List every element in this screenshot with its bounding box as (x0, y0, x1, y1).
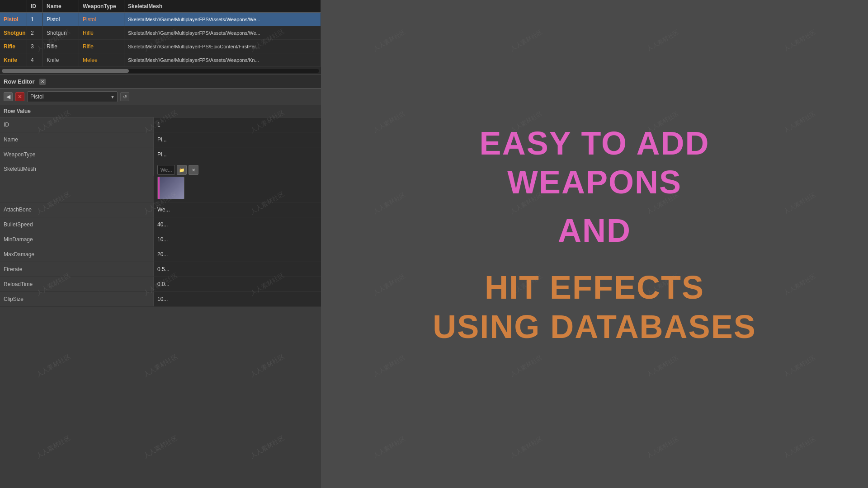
cell-id: 4 (27, 53, 43, 66)
mesh-preview (158, 177, 184, 199)
asset-thumb-row (157, 177, 184, 199)
property-row-reloadtime: ReloadTime 0.0... (0, 277, 321, 292)
property-label-name: Name (0, 132, 154, 147)
cell-skeletalmesh: SkeletalMesh'/Game/MultiplayerFPS/Assets… (124, 13, 321, 26)
watermark-item: 人人素材社区 (447, 0, 606, 110)
property-value-id[interactable]: 1 (154, 117, 321, 132)
cell-weapontype: Melee (79, 53, 124, 66)
browse-asset-button[interactable]: 📁 (177, 165, 187, 175)
cell-weapontype: Rifle (79, 40, 124, 53)
property-row-weapontype: WeaponType Pi... (0, 147, 321, 162)
property-value-reloadtime[interactable]: 0.0... (154, 277, 321, 291)
property-row-mindamage: MinDamage 10... (0, 232, 321, 247)
property-label-attachbone: AttachBone (0, 202, 154, 217)
watermark-item: 人人素材社区 (447, 378, 606, 488)
row-value-header: Row Value (0, 105, 321, 117)
property-value-weapontype[interactable]: Pi... (154, 147, 321, 162)
right-panel: 人人素材社区 人人素材社区 人人素材社区 人人素材社区 人人素材社区 人人素材社… (321, 0, 868, 488)
row-value-section: ID 1 Name Pi... WeaponType Pi... Skeleta… (0, 117, 321, 488)
promo-line-3: AND (433, 211, 756, 250)
cell-row-name: Knife (0, 53, 27, 66)
promo-line-1: EASY TO ADD (433, 124, 756, 163)
row-editor-header: Row Editor ✕ (0, 75, 321, 89)
property-value-skeletalmesh: We... 📁 ✕ (154, 162, 321, 202)
cell-weapontype: Pistol (79, 13, 124, 26)
cell-name: Knife (43, 53, 79, 66)
property-row-name: Name Pi... (0, 132, 321, 147)
prev-row-button[interactable]: ◀ (4, 92, 13, 101)
property-row-maxdamage: MaxDamage 20... (0, 247, 321, 262)
pink-accent-bar (158, 177, 160, 199)
table-row[interactable]: Rifle 3 Rifle Rifle SkeletalMesh'/Game/M… (0, 40, 321, 53)
property-label-bulletspeed: BulletSpeed (0, 217, 154, 232)
property-row-skeletalmesh: SkeletalMesh We... 📁 ✕ (0, 162, 321, 202)
data-table-section: ID Name WeaponType SkeletalMesh Pistol 1… (0, 0, 321, 75)
property-row-firerate: Firerate 0.5... (0, 262, 321, 277)
watermark-item: 人人素材社区 (310, 378, 469, 488)
scrollbar-track (2, 69, 319, 73)
property-row-clipsize: ClipSize 10... (0, 292, 321, 307)
asset-picker-bar: We... 📁 ✕ (157, 165, 198, 175)
row-dropdown-wrapper: Pistol Shotgun Rifle Knife ▼ (27, 91, 118, 102)
table-row[interactable]: Shotgun 2 Shotgun Rifle SkeletalMesh'/Ga… (0, 26, 321, 40)
cell-row-name: Pistol (0, 13, 27, 26)
property-label-clipsize: ClipSize (0, 292, 154, 306)
cell-name: Rifle (43, 40, 79, 53)
promotional-text: EASY TO ADD WEAPONS AND HIT EFFECTS USIN… (433, 124, 756, 364)
col-header-id: ID (27, 0, 43, 12)
property-label-skeletalmesh: SkeletalMesh (0, 162, 154, 176)
watermark-item: 人人素材社区 (720, 378, 868, 488)
row-select[interactable]: Pistol Shotgun Rifle Knife (27, 91, 118, 102)
property-label-reloadtime: ReloadTime (0, 277, 154, 291)
property-label-id: ID (0, 117, 154, 132)
property-row-attachbone: AttachBone We... (0, 202, 321, 217)
asset-path-bar: We... (157, 165, 175, 175)
reload-button[interactable]: ↺ (120, 92, 129, 101)
col-header-skeletalmesh: SkeletalMesh (124, 0, 321, 12)
cell-skeletalmesh: SkeletalMesh'/Game/MultiplayerFPS/EpicCo… (124, 40, 321, 53)
scrollbar-thumb (2, 69, 129, 73)
table-row[interactable]: Knife 4 Knife Melee SkeletalMesh'/Game/M… (0, 53, 321, 67)
promo-line-5: USING DATABASES (433, 307, 756, 346)
watermark-item: 人人素材社区 (583, 0, 742, 110)
property-value-firerate[interactable]: 0.5... (154, 262, 321, 277)
cell-skeletalmesh: SkeletalMesh'/Game/MultiplayerFPS/Assets… (124, 26, 321, 39)
cell-row-name: Shotgun (0, 26, 27, 39)
table-header: ID Name WeaponType SkeletalMesh (0, 0, 321, 13)
cell-id: 2 (27, 26, 43, 39)
table-row[interactable]: Pistol 1 Pistol Pistol SkeletalMesh'/Gam… (0, 13, 321, 26)
cell-id: 1 (27, 13, 43, 26)
skeletal-mesh-thumbnail (157, 177, 184, 199)
cell-name: Shotgun (43, 26, 79, 39)
promo-line-4: HIT EFFECTS (433, 268, 756, 307)
watermark-item: 人人素材社区 (583, 378, 742, 488)
watermark-item: 人人素材社区 (720, 0, 868, 110)
col-header-name: Name (43, 0, 79, 12)
row-selector-bar: ◀ ✕ Pistol Shotgun Rifle Knife ▼ ↺ (0, 89, 321, 105)
property-value-bulletspeed[interactable]: 40... (154, 217, 321, 232)
property-row-bulletspeed: BulletSpeed 40... (0, 217, 321, 232)
property-label-firerate: Firerate (0, 262, 154, 277)
table-scrollbar[interactable] (0, 67, 321, 75)
row-editor-close-button[interactable]: ✕ (39, 79, 46, 85)
delete-row-button[interactable]: ✕ (15, 92, 24, 101)
col-header-row (0, 0, 27, 12)
cell-id: 3 (27, 40, 43, 53)
col-header-weapontype: WeaponType (79, 0, 124, 12)
property-value-name[interactable]: Pi... (154, 132, 321, 147)
property-row-id: ID 1 (0, 117, 321, 132)
cell-skeletalmesh: SkeletalMesh'/Game/MultiplayerFPS/Assets… (124, 53, 321, 66)
property-label-mindamage: MinDamage (0, 232, 154, 247)
clear-asset-button[interactable]: ✕ (189, 165, 198, 175)
row-editor-section: Row Editor ✕ ◀ ✕ Pistol Shotgun Rifle Kn… (0, 75, 321, 488)
property-value-clipsize[interactable]: 10... (154, 292, 321, 306)
cell-row-name: Rifle (0, 40, 27, 53)
watermark-item: 人人素材社区 (310, 0, 469, 110)
promo-line-2: WEAPONS (433, 163, 756, 202)
property-value-mindamage[interactable]: 10... (154, 232, 321, 247)
cell-weapontype: Rifle (79, 26, 124, 39)
property-value-attachbone[interactable]: We... (154, 202, 321, 217)
property-label-maxdamage: MaxDamage (0, 247, 154, 262)
row-editor-title: Row Editor (4, 78, 35, 85)
property-value-maxdamage[interactable]: 20... (154, 247, 321, 262)
